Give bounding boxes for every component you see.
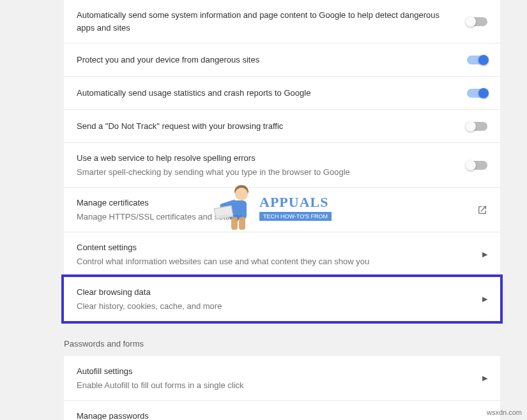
row-usage-statistics: Automatically send usage statistics and … [64, 77, 500, 110]
row-content-settings[interactable]: Content settings Control what informatio… [64, 232, 500, 277]
clear-browsing-data-highlight: Clear browsing data Clear history, cooki… [61, 274, 503, 324]
row-manage-passwords[interactable]: Manage passwords Offer to save your web … [64, 401, 500, 420]
row-text: Manage certificates Manage HTTPS/SSL cer… [77, 197, 477, 223]
row-autofill-settings[interactable]: Autofill settings Enable Autofill to fil… [64, 356, 500, 401]
row-title: Autofill settings [77, 365, 470, 378]
row-subtitle: Manage HTTPS/SSL certificates and settin… [77, 211, 464, 223]
row-title: Automatically send usage statistics and … [77, 87, 454, 100]
row-title: Send a "Do Not Track" request with your … [77, 120, 454, 133]
row-title: Automatically send some system informati… [77, 9, 454, 34]
toggle-protect-device[interactable] [467, 56, 487, 64]
row-subtitle: Control what information websites can us… [77, 255, 470, 268]
row-text: Autofill settings Enable Autofill to fil… [77, 365, 482, 391]
chevron-right-icon[interactable]: ▶ [482, 374, 487, 382]
toggle-spelling-errors[interactable] [467, 161, 487, 170]
toggle-do-not-track[interactable] [467, 122, 487, 131]
row-subtitle: Enable Autofill to fill out forms in a s… [77, 379, 470, 392]
page-watermark: wsxdn.com [487, 409, 522, 416]
row-auto-send-system-info: Automatically send some system informati… [64, 0, 500, 43]
row-manage-certificates[interactable]: Manage certificates Manage HTTPS/SSL cer… [64, 188, 500, 232]
row-title: Manage certificates [77, 197, 464, 209]
passwords-section-header: Passwords and forms [64, 339, 500, 349]
toggle-auto-send-system-info[interactable] [467, 17, 487, 26]
row-spelling-errors: Use a web service to help resolve spelli… [64, 143, 500, 188]
row-subtitle: Smarter spell-checking by sending what y… [77, 166, 454, 179]
row-title: Clear browsing data [77, 286, 470, 299]
row-text: Protect you and your device from dangero… [77, 54, 467, 66]
external-link-icon[interactable] [477, 205, 487, 215]
row-text: Send a "Do Not Track" request with your … [77, 120, 467, 133]
row-title: Manage passwords [77, 410, 470, 420]
passwords-section: Autofill settings Enable Autofill to fil… [64, 356, 500, 420]
row-text: Automatically send some system informati… [77, 9, 467, 34]
row-text: Content settings Control what informatio… [77, 241, 482, 267]
row-title: Content settings [77, 241, 470, 254]
toggle-usage-statistics[interactable] [467, 89, 487, 98]
row-text: Clear browsing data Clear history, cooki… [77, 286, 482, 312]
row-text: Manage passwords Offer to save your web … [77, 410, 482, 420]
row-protect-device: Protect you and your device from dangero… [64, 43, 500, 77]
chevron-right-icon[interactable]: ▶ [482, 295, 487, 303]
row-clear-browsing-data[interactable]: Clear browsing data Clear history, cooki… [64, 277, 500, 321]
privacy-section: Automatically send some system informati… [64, 0, 500, 324]
row-do-not-track: Send a "Do Not Track" request with your … [64, 110, 500, 143]
row-text: Use a web service to help resolve spelli… [77, 152, 467, 178]
chevron-right-icon[interactable]: ▶ [482, 250, 487, 259]
row-text: Automatically send usage statistics and … [77, 87, 467, 100]
row-title: Protect you and your device from dangero… [77, 54, 454, 66]
row-subtitle: Clear history, cookies, cache, and more [77, 300, 470, 313]
row-title: Use a web service to help resolve spelli… [77, 152, 454, 165]
